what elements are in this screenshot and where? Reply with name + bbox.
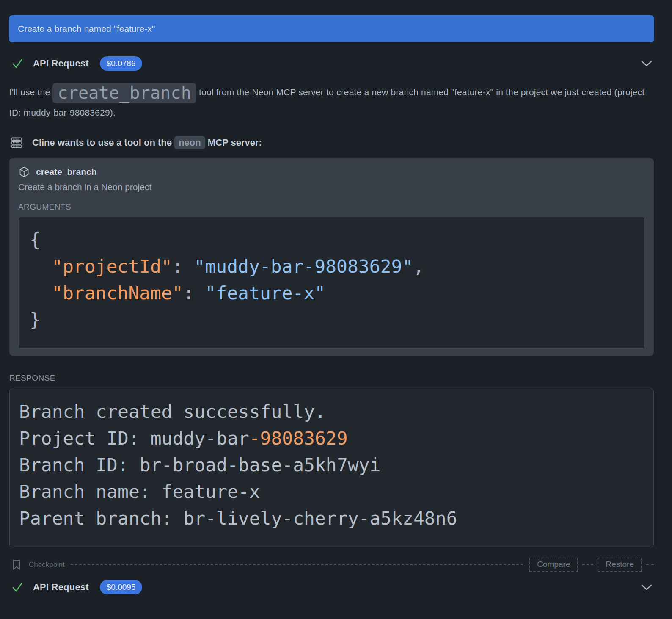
json-key: "branchName" (52, 282, 183, 304)
json-close-brace: } (30, 309, 41, 330)
user-message: Create a branch named "feature-x" (9, 15, 654, 42)
api-request-label: API Request (33, 58, 89, 69)
response-line: Parent branch: br-lively-cherry-a5kz48n6 (19, 505, 642, 532)
chevron-down-icon (641, 584, 653, 591)
json-value: "feature-x" (205, 282, 325, 304)
check-icon (11, 57, 24, 70)
api-cost-badge: $0.0786 (100, 56, 143, 71)
tool-use-banner: Cline wants to use a tool on the neon MC… (9, 136, 654, 149)
checkpoint-divider (582, 564, 593, 565)
tool-header: create_branch (18, 166, 645, 178)
response-line: Branch name: feature-x (19, 478, 642, 505)
arguments-label: ARGUMENTS (18, 202, 645, 212)
json-line-open: { (30, 227, 633, 253)
chat-view: Create a branch named "feature-x" API Re… (0, 15, 672, 596)
tool-description: Create a branch in a Neon project (18, 182, 645, 192)
api-request-label: API Request (33, 582, 89, 593)
tool-request-card: create_branch Create a branch in a Neon … (9, 158, 654, 356)
tool-banner-text: Cline wants to use a tool on the neon MC… (32, 137, 262, 148)
tool-cube-icon (18, 166, 30, 178)
json-colon: : (172, 256, 194, 277)
json-comma: , (413, 256, 424, 277)
response-label: RESPONSE (9, 373, 654, 383)
tool-banner-after: MCP server: (205, 137, 262, 148)
response-line: Branch created successfully. (19, 398, 642, 425)
response-block: Branch created successfully.Project ID: … (9, 389, 654, 547)
api-request-header-2[interactable]: API Request $0.0095 (9, 579, 654, 596)
collapse-button[interactable] (639, 581, 654, 594)
restore-button[interactable]: Restore (598, 558, 642, 572)
user-message-text: Create a branch named "feature-x" (18, 24, 155, 34)
chevron-down-icon (641, 60, 653, 67)
json-open-brace: { (30, 229, 41, 250)
arguments-json-block: {"projectId": "muddy-bar-98083629","bran… (18, 217, 645, 349)
checkpoint-label: Checkpoint (29, 561, 65, 569)
api-request-header-1[interactable]: API Request $0.0786 (9, 55, 654, 72)
inline-code-create-branch: create_branch (52, 83, 196, 103)
tool-name: create_branch (36, 167, 97, 177)
mcp-server-name-badge: neon (174, 136, 205, 149)
assistant-message: I'll use the create_branch tool from the… (9, 83, 654, 122)
check-icon (11, 581, 24, 594)
response-line: Project ID: muddy-bar-98083629 (19, 425, 642, 452)
json-key: "projectId" (52, 256, 172, 277)
response-line2-prefix: Project ID: muddy-bar (19, 428, 249, 449)
response-line: Branch ID: br-broad-base-a5kh7wyi (19, 452, 642, 478)
response-line2-number: -98083629 (249, 428, 348, 449)
assistant-text-before: I'll use the (9, 87, 52, 97)
checkpoint-divider (71, 564, 523, 565)
mcp-server-icon (10, 136, 23, 149)
checkpoint-divider (646, 564, 654, 565)
json-colon: : (183, 282, 205, 304)
checkpoint-row[interactable]: Checkpoint Compare Restore (9, 558, 654, 572)
compare-button[interactable]: Compare (529, 558, 578, 572)
tool-banner-before: Cline wants to use a tool on the (32, 137, 174, 148)
json-line-close: } (30, 307, 633, 333)
collapse-button[interactable] (639, 57, 654, 70)
bookmark-icon (12, 559, 21, 570)
json-value: "muddy-bar-98083629" (194, 256, 413, 277)
api-cost-badge: $0.0095 (100, 580, 143, 594)
json-line-projectid: "projectId": "muddy-bar-98083629", (30, 253, 633, 280)
json-line-branchname: "branchName": "feature-x" (30, 280, 633, 307)
